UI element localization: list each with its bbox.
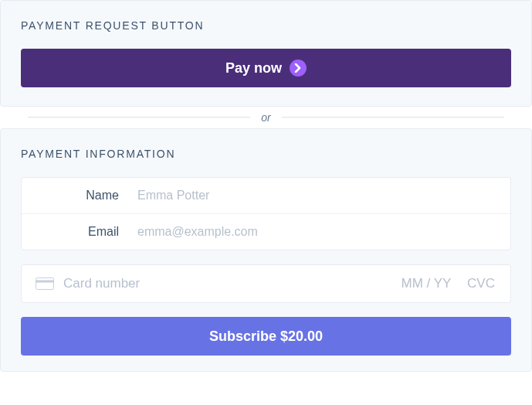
card-number-input[interactable] — [63, 276, 395, 291]
svg-rect-1 — [36, 281, 54, 283]
name-input[interactable] — [137, 189, 496, 202]
pay-now-arrow-icon — [290, 60, 307, 77]
card-group — [21, 264, 511, 303]
divider-line-right — [282, 117, 504, 118]
pay-now-button[interactable]: Pay now — [21, 49, 511, 87]
card-row — [22, 265, 510, 302]
svg-rect-0 — [36, 278, 54, 290]
subscribe-button[interactable]: Subscribe $20.00 — [21, 317, 511, 356]
payment-request-section: PAYMENT REQUEST BUTTON Pay now — [0, 0, 532, 107]
email-row: Email — [22, 213, 510, 250]
divider: or — [0, 107, 532, 128]
card-icon — [36, 277, 54, 290]
payment-info-section: PAYMENT INFORMATION Name Email — [0, 128, 532, 372]
name-email-group: Name Email — [21, 177, 511, 250]
payment-info-title: PAYMENT INFORMATION — [21, 148, 511, 160]
card-cvc-input[interactable] — [466, 276, 496, 291]
divider-line-left — [28, 117, 250, 118]
divider-text: or — [261, 111, 270, 124]
name-label: Name — [36, 189, 137, 202]
subscribe-label: Subscribe $20.00 — [209, 328, 323, 344]
pay-now-label: Pay now — [225, 60, 282, 77]
card-expiry-input[interactable] — [395, 276, 458, 291]
name-row: Name — [22, 178, 510, 213]
email-label: Email — [36, 225, 137, 239]
payment-request-title: PAYMENT REQUEST BUTTON — [21, 19, 511, 32]
card-extras — [395, 276, 496, 291]
email-input[interactable] — [137, 225, 496, 239]
